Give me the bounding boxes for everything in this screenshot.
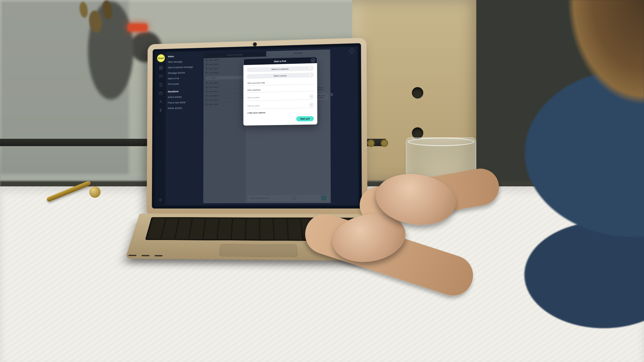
briefcase-icon[interactable] [158, 90, 163, 96]
poll-title-placeholder: Give your poll a title [248, 82, 265, 84]
chevron-down-icon [308, 67, 312, 70]
nav-item-new-broadcast[interactable]: New broadcast message [168, 65, 200, 69]
window-handle [44, 188, 101, 215]
poll-option-input[interactable]: Add an option [247, 102, 314, 109]
select-group[interactable]: Select a group [247, 73, 314, 79]
svg-rect-1 [161, 66, 162, 67]
left-nav: Inbox New message New broadcast message … [165, 51, 202, 205]
laptop-lid: Bright [147, 38, 367, 217]
laptop-ports [128, 255, 172, 257]
laptop-camera [254, 43, 256, 46]
icon-rail: Bright [155, 52, 166, 205]
select-group-label: Select a group [274, 74, 287, 77]
svg-rect-3 [161, 68, 162, 69]
app-root: Bright [155, 47, 358, 205]
settings-icon[interactable] [158, 197, 163, 203]
poll-option-input[interactable]: Add an option [247, 93, 314, 101]
nav-section-header: Newsfeed [168, 90, 200, 93]
content-area: × Unread messages Message User Name User… [201, 47, 359, 205]
handle-knob [89, 186, 101, 198]
person-hair [483, 0, 644, 174]
nav-section-header: Inbox [168, 55, 200, 58]
poll-option-placeholder: Add an option [247, 97, 260, 99]
trophy-icon[interactable] [158, 108, 163, 113]
svg-rect-4 [159, 93, 162, 95]
laptop-trackpad [219, 244, 298, 257]
select-audience-label: Select an audience [271, 68, 288, 70]
svg-rect-2 [159, 68, 160, 69]
chevron-down-icon [308, 73, 312, 77]
laptop-screen: Bright [152, 43, 362, 208]
modal-title: Start a Poll [274, 60, 286, 62]
remove-option-icon[interactable] [310, 103, 313, 106]
start-poll-modal: Start a Poll × Select an audience [244, 57, 317, 125]
user-icon[interactable] [158, 99, 163, 105]
nav-item-message-archive[interactable]: Message archive [168, 70, 200, 75]
nav-item-poll-results[interactable]: Poll results [168, 81, 200, 86]
poll-question-placeholder: Add a question [247, 89, 261, 91]
dashboard-icon[interactable] [158, 65, 163, 71]
poll-question-input[interactable]: Add a question [247, 86, 314, 93]
svg-point-5 [160, 101, 161, 102]
document-icon[interactable] [158, 82, 163, 87]
brand-logo[interactable]: Bright [157, 54, 165, 62]
messages-icon[interactable] [158, 74, 163, 79]
add-more-options[interactable]: + Add more options [247, 110, 314, 114]
svg-point-6 [160, 199, 161, 200]
nav-item-new-message[interactable]: New message [168, 59, 200, 64]
nav-item-post-article[interactable]: Post a new article [168, 100, 200, 105]
modal-close-icon[interactable]: × [311, 58, 315, 62]
photo-scene: Bright [0, 0, 644, 362]
nav-item-active-articles[interactable]: Active articles [168, 95, 200, 99]
nav-item-article-archive[interactable]: Article archive [168, 106, 200, 110]
start-poll-button[interactable]: Start poll [296, 116, 314, 121]
svg-rect-0 [160, 66, 161, 67]
poll-option-placeholder: Add an option [247, 105, 260, 107]
poll-title-input[interactable]: Give your poll a title [247, 79, 314, 85]
nav-item-start-poll[interactable]: Start a Poll [168, 76, 200, 80]
select-audience[interactable]: Select an audience [247, 66, 314, 72]
remove-option-icon[interactable] [310, 95, 313, 98]
